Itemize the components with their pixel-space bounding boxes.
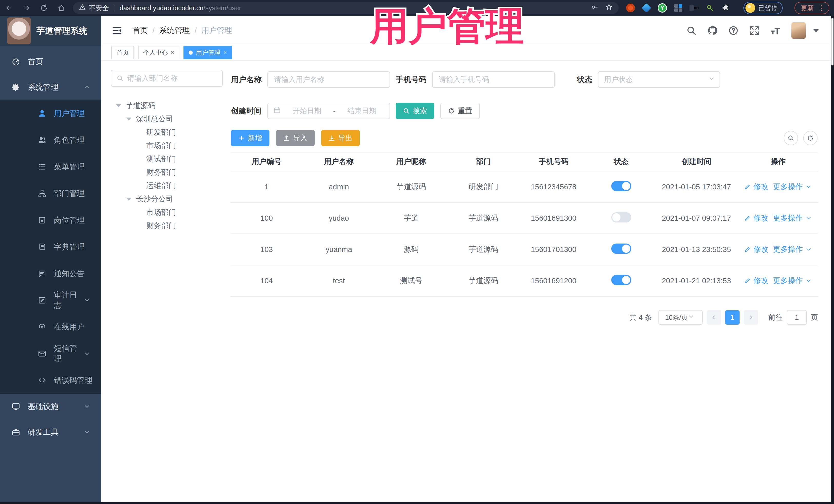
more-actions-link[interactable]: 更多操作 xyxy=(773,213,803,223)
total-count: 共 4 条 xyxy=(630,312,652,322)
edit-link[interactable]: 修改 xyxy=(753,182,768,192)
sidebar-item[interactable]: 错误码管理 xyxy=(0,367,101,394)
more-actions-link[interactable]: 更多操作 xyxy=(773,244,803,255)
close-tab-icon[interactable]: × xyxy=(223,49,227,56)
breadcrumb-item[interactable]: 系统管理 xyxy=(159,25,190,36)
not-secure-label[interactable]: 不安全 xyxy=(89,4,109,13)
url-bar[interactable]: 不安全 dashboard.yudao.iocoder.cn /system/u… xyxy=(73,2,619,14)
tree-caret-icon[interactable] xyxy=(116,104,126,107)
sidebar-item[interactable]: 首页 xyxy=(0,49,101,74)
reload-icon[interactable] xyxy=(40,4,48,12)
edit-link[interactable]: 修改 xyxy=(753,276,768,286)
tag-tab[interactable]: 个人中心× xyxy=(138,46,179,59)
status-select[interactable]: 用户状态 xyxy=(598,71,720,88)
dept-search-input[interactable]: 请输入部门名称 xyxy=(111,70,223,87)
tree-node[interactable]: 测试部门 xyxy=(111,152,225,166)
tree-node[interactable]: 运维部门 xyxy=(111,179,225,193)
password-key-icon[interactable] xyxy=(591,4,598,13)
github-icon[interactable] xyxy=(707,25,718,36)
status-toggle[interactable] xyxy=(611,243,631,254)
sidebar-item[interactable]: 系统管理 xyxy=(0,74,101,100)
tag-tab[interactable]: 用户管理× xyxy=(183,46,232,59)
extension-ubuntu-icon[interactable] xyxy=(626,3,635,13)
sidebar-item[interactable]: 审计日志 xyxy=(0,287,101,313)
tree-node[interactable]: 深圳总公司 xyxy=(111,112,225,126)
tree-node[interactable]: 市场部门 xyxy=(111,139,225,152)
tree-caret-icon[interactable] xyxy=(126,117,136,120)
date-range-input[interactable]: 开始日期 - 结束日期 xyxy=(267,103,390,119)
bookmark-star-icon[interactable] xyxy=(605,4,613,13)
extension-y-icon[interactable]: Y xyxy=(658,3,667,13)
scrollbar-track[interactable] xyxy=(831,16,834,502)
browser-menu-icon[interactable]: ⋮ xyxy=(817,4,825,12)
more-actions-link[interactable]: 更多操作 xyxy=(773,276,803,286)
tree-node[interactable]: 长沙分公司 xyxy=(111,193,225,206)
sidebar-item[interactable]: 字典管理 xyxy=(0,234,101,260)
tree-node[interactable]: 市场部门 xyxy=(111,206,225,219)
sidebar: 芋道管理系统 首页系统管理用户管理角色管理菜单管理部门管理岗位管理字典管理通知公… xyxy=(0,16,101,502)
extension-on-icon[interactable]: on xyxy=(689,3,699,13)
toggle-search-button[interactable] xyxy=(784,131,798,145)
next-page-button[interactable] xyxy=(744,310,758,325)
import-button[interactable]: 导入 xyxy=(276,130,314,146)
username-input[interactable] xyxy=(267,71,390,88)
current-page-button[interactable]: 1 xyxy=(725,310,740,325)
sidebar-item[interactable]: 岗位管理 xyxy=(0,207,101,234)
add-button[interactable]: 新增 xyxy=(231,130,269,146)
extension-key-icon[interactable] xyxy=(705,3,715,13)
breadcrumb-item[interactable]: 首页 xyxy=(132,25,148,36)
browser-update-chip[interactable]: 更新 ⋮ xyxy=(794,2,829,14)
more-actions-link[interactable]: 更多操作 xyxy=(773,182,803,192)
sidebar-item[interactable]: 菜单管理 xyxy=(0,153,101,180)
sidebar-item[interactable]: 角色管理 xyxy=(0,127,101,153)
sidebar-item[interactable]: 用户管理 xyxy=(0,100,101,127)
tree-node[interactable]: 芋道源码 xyxy=(111,99,225,112)
profile-paused-chip[interactable]: 已暂停 xyxy=(743,2,783,14)
goto-page-input[interactable]: 1 xyxy=(787,310,807,325)
url-path[interactable]: /system/user xyxy=(203,4,241,12)
sidebar-item[interactable]: 短信管理 xyxy=(0,340,101,367)
sidebar-item[interactable]: 在线用户 xyxy=(0,313,101,340)
status-toggle[interactable] xyxy=(611,181,631,191)
tree-node[interactable]: 研发部门 xyxy=(111,126,225,139)
tree-caret-icon[interactable] xyxy=(126,198,136,201)
refresh-table-button[interactable] xyxy=(803,131,817,145)
sidebar-item[interactable]: 基础设施 xyxy=(0,394,101,419)
sidebar-item[interactable]: 研发工具 xyxy=(0,419,101,445)
tag-tab[interactable]: 首页 xyxy=(111,46,134,59)
avatar-caret-icon[interactable] xyxy=(813,29,819,32)
sidebar-item[interactable]: 通知公告 xyxy=(0,260,101,287)
home-icon[interactable] xyxy=(57,4,66,12)
dashboard-icon xyxy=(11,57,21,66)
fullscreen-icon[interactable] xyxy=(749,25,760,36)
page-size-select[interactable]: 10条/页 xyxy=(658,310,703,325)
extension-grid-icon[interactable] xyxy=(674,3,683,13)
status-toggle[interactable] xyxy=(611,212,631,222)
edit-link[interactable]: 修改 xyxy=(753,244,768,255)
close-tab-icon[interactable]: × xyxy=(171,49,174,56)
user-avatar[interactable] xyxy=(791,22,806,39)
search-icon[interactable] xyxy=(686,25,697,36)
forward-icon[interactable] xyxy=(22,4,31,12)
table-header-cell: 用户名称 xyxy=(303,152,375,171)
back-icon[interactable] xyxy=(5,4,13,12)
extensions-puzzle-icon[interactable] xyxy=(721,3,730,13)
help-icon[interactable] xyxy=(728,25,739,36)
sidebar-item[interactable]: 部门管理 xyxy=(0,180,101,207)
sidebar-fold-icon[interactable] xyxy=(111,25,123,36)
extension-drop-icon[interactable] xyxy=(642,3,651,13)
prev-page-button[interactable] xyxy=(707,310,721,325)
tree-node[interactable]: 财务部门 xyxy=(111,166,225,179)
tree-node[interactable]: 财务部门 xyxy=(111,219,225,233)
edit-link[interactable]: 修改 xyxy=(753,213,768,223)
font-size-icon[interactable] xyxy=(770,25,781,36)
url-host[interactable]: dashboard.yudao.iocoder.cn xyxy=(119,4,203,12)
scrollbar-thumb[interactable] xyxy=(831,18,833,65)
breadcrumb-item[interactable]: 用户管理 xyxy=(201,25,232,36)
update-label[interactable]: 更新 xyxy=(800,4,814,13)
status-toggle[interactable] xyxy=(611,275,631,285)
mobile-input[interactable] xyxy=(432,71,555,88)
export-button[interactable]: 导出 xyxy=(321,130,360,146)
search-button[interactable]: 搜索 xyxy=(396,103,434,119)
reset-button[interactable]: 重置 xyxy=(440,103,480,119)
